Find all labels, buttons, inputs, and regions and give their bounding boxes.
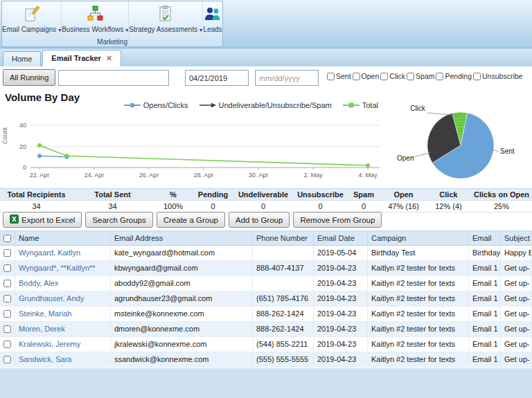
date-from-input[interactable] [185, 70, 249, 86]
row-checkbox[interactable] [3, 295, 11, 302]
cell-phone: 888-262-1424 [253, 307, 314, 321]
checkbox-input[interactable] [380, 73, 388, 80]
cell-name[interactable]: Moren, Derek [15, 322, 111, 336]
checkbox-input[interactable] [353, 73, 360, 80]
checkbox-label: Pending [445, 72, 472, 80]
column-header-subject[interactable]: Subject [501, 231, 532, 245]
cell-name[interactable]: Kralewski, Jeremy [15, 337, 111, 352]
status-checkbox-unsubscribe[interactable]: Unsubscribe [473, 72, 522, 80]
ribbon-item-label: Email Campaigns ▾ [2, 26, 61, 33]
search-input[interactable] [58, 70, 169, 86]
column-header-name[interactable]: Name [15, 231, 111, 245]
status-checkbox-pending[interactable]: Pending [436, 72, 472, 80]
excel-icon [10, 215, 19, 225]
column-header-email-address[interactable]: Email Address [111, 231, 253, 245]
add-to-group-button[interactable]: Add to Group [229, 212, 290, 228]
status-checkbox-spam[interactable]: Spam [407, 72, 434, 80]
cell-name[interactable]: Grundhauser, Andy [15, 291, 111, 306]
svg-text:4. May: 4. May [358, 172, 378, 179]
leads-icon [204, 3, 222, 24]
cell-email: Email 1 [469, 352, 501, 367]
summary-value-undeliverable: 0 [232, 201, 294, 212]
tab-home[interactable]: Home [3, 51, 41, 66]
tab-close-icon[interactable]: ✕ [106, 54, 112, 62]
column-header-phone-number[interactable]: Phone Number [253, 231, 314, 245]
checkbox-input[interactable] [327, 73, 335, 80]
table-row[interactable]: Wyngaard*, **Kaitlyn**kbwyngaard@gmail.c… [0, 261, 532, 276]
cell-date: 2019-04-23 [314, 322, 368, 336]
ribbon-items: Email Campaigns ▾Business Workflows ▾Str… [2, 1, 222, 37]
cell-name[interactable]: Wyngaard, Kaitlyn [15, 246, 111, 260]
status-checkbox-click[interactable]: Click [380, 72, 405, 80]
table-row[interactable]: Steinke, Mariahmsteinke@konnexme.com888-… [0, 307, 532, 322]
row-checkbox[interactable] [3, 310, 11, 318]
all-running-button[interactable]: All Running [3, 69, 55, 86]
cell-name[interactable]: Sandwick, Sara [15, 352, 111, 367]
table-row[interactable]: Boddy, Alexaboddy92@gmail.com2019-04-23K… [0, 276, 532, 291]
summary-strip: Total RecipientsTotal Sent%PendingUndeli… [0, 188, 532, 212]
row-checkbox-cell [0, 337, 15, 352]
cell-email: Email 1 [469, 291, 501, 306]
export-to-excel-button[interactable]: Export to Excel [3, 212, 82, 228]
status-filter-group: SentOpenClickSpamPendingUnsubscribe [327, 72, 531, 80]
ribbon-item-strategy-assessments[interactable]: Strategy Assessments ▾ [129, 1, 203, 37]
summary-value-total-recipients: 34 [0, 201, 73, 212]
select-all-checkbox[interactable] [3, 235, 11, 242]
actions-bar: Export to ExcelSearch GroupsCreate a Gro… [3, 212, 382, 228]
create-a-group-button[interactable]: Create a Group [157, 212, 225, 228]
table-row[interactable]: Sandwick, Sarassandwick@konnexme.com(555… [0, 352, 532, 368]
table-row[interactable]: Wyngaard, Kaitlynkate_wyngaard@hotmail.c… [0, 246, 532, 261]
cell-email: Email 1 [469, 337, 501, 352]
search-groups-button[interactable]: Search Groups [85, 212, 152, 228]
tab-email-tracker[interactable]: Email Tracker✕ [42, 50, 121, 66]
cell-name[interactable]: Steinke, Mariah [15, 307, 111, 321]
row-checkbox[interactable] [3, 341, 11, 348]
status-checkbox-open[interactable]: Open [353, 72, 380, 80]
checkbox-input[interactable] [473, 73, 481, 80]
cell-name[interactable]: Wyngaard*, **Kaitlyn** [15, 261, 111, 275]
legend-label: Undeliverable/Unsubscribe/Spam [219, 101, 332, 109]
table-row[interactable]: Kralewski, Jeremyjkralewski@konnexme.com… [0, 337, 532, 352]
svg-text:Open: Open [397, 154, 414, 162]
table-row[interactable]: Moren, Derekdmoren@konnexme.com888-262-1… [0, 322, 532, 337]
cell-subject: Get up- [501, 307, 532, 321]
summary-value-total-sent: 34 [73, 201, 152, 212]
business-workflows-icon [86, 3, 104, 24]
checkbox-input[interactable] [436, 73, 443, 80]
column-header-email-date[interactable]: Email Date [314, 231, 368, 245]
remove-from-group-button[interactable]: Remove From Group [293, 212, 382, 228]
checkbox-input[interactable] [407, 73, 414, 80]
action-button-label: Export to Excel [21, 216, 75, 224]
column-header-campaign[interactable]: Campaign [368, 231, 469, 245]
svg-text:20: 20 [19, 143, 26, 150]
row-checkbox-cell [0, 291, 15, 306]
row-checkbox[interactable] [3, 325, 11, 333]
svg-text:Click: Click [410, 105, 426, 112]
summary-value-clicks-on-open: 25% [471, 201, 532, 212]
action-button-label: Add to Group [236, 216, 283, 224]
cell-date: 2019-04-23 [314, 307, 368, 321]
row-checkbox-cell [0, 261, 15, 275]
cell-email_address: jkralewski@konnexme.com [111, 337, 253, 352]
status-checkbox-sent[interactable]: Sent [327, 72, 351, 80]
column-header-email[interactable]: Email [469, 231, 501, 245]
legend-label: Opens/Clicks [143, 101, 188, 109]
date-to-input[interactable] [255, 70, 319, 86]
ribbon-item-leads[interactable]: Leads [203, 1, 222, 37]
strategy-assessments-icon [157, 3, 175, 24]
cell-name[interactable]: Boddy, Alex [15, 276, 111, 291]
checkbox-label: Sent [336, 72, 351, 80]
table-row[interactable]: Grundhauser, Andyagrundhauser23@gmail.co… [0, 291, 532, 307]
svg-text:Sent: Sent [500, 147, 515, 155]
cell-email_address: msteinke@konnexme.com [111, 307, 253, 321]
ribbon-item-email-campaigns[interactable]: Email Campaigns ▾ [2, 1, 62, 37]
row-checkbox[interactable] [3, 264, 11, 272]
legend-arrow-icon [200, 102, 216, 109]
row-checkbox-cell [0, 276, 15, 291]
cell-email_address: agrundhauser23@gmail.com [111, 291, 253, 306]
row-checkbox[interactable] [3, 249, 11, 257]
ribbon-item-business-workflows[interactable]: Business Workflows ▾ [62, 1, 129, 37]
row-checkbox[interactable] [3, 280, 11, 287]
summary-header-row: Total RecipientsTotal Sent%PendingUndeli… [0, 188, 532, 201]
row-checkbox[interactable] [3, 356, 11, 363]
